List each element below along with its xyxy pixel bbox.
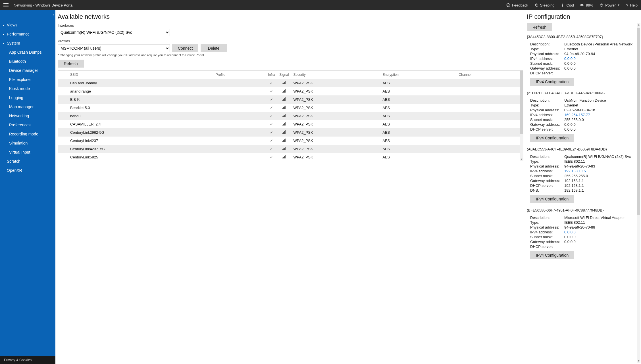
svg-point-0 xyxy=(507,3,510,7)
column-header[interactable]: Profile xyxy=(213,71,266,79)
table-row[interactable]: BearNet 5.0✓WPA2_PSKAES xyxy=(58,104,520,112)
available-networks-heading: Available networks xyxy=(58,13,520,20)
security-cell: WPA2_PSK xyxy=(291,112,380,120)
kv-value: 255.255.0.0 xyxy=(564,118,584,122)
security-cell: WPA2_PSK xyxy=(291,145,380,153)
sidebar-node-views[interactable]: ▸Views xyxy=(0,20,55,30)
scroll-down-icon[interactable]: ▼ xyxy=(637,359,640,363)
kv-value[interactable]: 0.0.0.0 xyxy=(564,230,576,234)
kv-value: 0.0.0.0 xyxy=(564,122,576,127)
sidebar-item-simulation[interactable]: Simulation xyxy=(0,139,55,148)
kv-key: Physical address: xyxy=(530,108,564,112)
refresh-networks-button[interactable]: Refresh xyxy=(58,60,84,68)
ssid-cell: B & K xyxy=(68,95,213,104)
column-header[interactable] xyxy=(58,71,68,79)
delete-button[interactable]: Delete xyxy=(201,44,227,52)
encryption-cell: AES xyxy=(380,87,456,95)
hamburger-icon[interactable] xyxy=(3,3,9,7)
check-icon: ✓ xyxy=(270,106,273,110)
sidebar-item-file-explorer[interactable]: File explorer xyxy=(0,75,55,84)
sidebar-node-openxr[interactable]: OpenXR xyxy=(0,166,55,175)
table-row[interactable]: B & K✓WPA2_PSKAES xyxy=(58,95,520,104)
infra-cell: ✓ xyxy=(266,95,277,104)
signal-cell xyxy=(277,120,291,128)
sidebar-item-recording-mode[interactable]: Recording mode xyxy=(0,129,55,139)
ipconfig-scrollbar[interactable]: ▲ ▼ xyxy=(637,23,640,363)
kv-key: DHCP server: xyxy=(530,183,564,188)
table-row[interactable]: CenturyLink4237✓WPA2_PSKAES xyxy=(58,137,520,145)
ipv4-configuration-button[interactable]: IPv4 Configuration xyxy=(530,195,574,203)
kv-key: Physical address: xyxy=(530,52,564,56)
table-row[interactable]: CenturyLink4237_5G✓WPA2_PSKAES xyxy=(58,145,520,153)
scroll-down-icon[interactable]: ▼ xyxy=(520,157,523,161)
table-row[interactable]: CenturyLink2962-5G✓WPA2_PSKAES xyxy=(58,128,520,137)
kv-value: Bluetooth Device (Personal Area Network) xyxy=(564,42,634,46)
ssid-cell: CenturyLink2962-5G xyxy=(68,128,213,137)
interfaces-select[interactable]: Qualcomm(R) Wi-Fi B/G/N/AC (2x2) Svc xyxy=(58,29,170,36)
profile-cell xyxy=(213,112,266,120)
channel-cell xyxy=(456,87,520,95)
column-header[interactable]: Signal xyxy=(277,71,291,79)
kv-key: Description: xyxy=(530,42,564,46)
column-header[interactable]: Channel xyxy=(456,71,520,79)
kv-value[interactable]: 0.0.0.0 xyxy=(564,57,576,61)
scroll-up-icon[interactable]: ▲ xyxy=(637,23,640,27)
channel-cell xyxy=(456,95,520,104)
sidebar-item-preferences[interactable]: Preferences xyxy=(0,120,55,129)
battery-button[interactable]: 99% xyxy=(580,3,593,7)
sleeping-button[interactable]: Sleeping xyxy=(534,3,555,7)
table-row[interactable]: CenturyLink5825✓WPA2_PSKAES xyxy=(58,153,520,161)
sidebar-item-virtual-input[interactable]: Virtual Input xyxy=(0,148,55,157)
sidebar-item-logging[interactable]: Logging xyxy=(0,93,55,102)
sidebar-item-app-crash-dumps[interactable]: App Crash Dumps xyxy=(0,48,55,57)
help-button[interactable]: ? Help xyxy=(626,3,638,7)
connect-button[interactable]: Connect xyxy=(172,44,198,52)
kv-value: 94-9a-a9-20-70-88 xyxy=(564,225,595,229)
refresh-ipconfig-button[interactable]: Refresh xyxy=(527,23,552,31)
smiley-icon xyxy=(506,3,510,7)
column-header[interactable]: Infra xyxy=(266,71,277,79)
kv-value: 0.0.0.0 xyxy=(564,240,576,244)
table-row[interactable]: bendu✓WPA2_PSKAES xyxy=(58,112,520,120)
sidebar-item-kiosk-mode[interactable]: Kiosk mode xyxy=(0,84,55,93)
signal-icon xyxy=(282,122,286,125)
sidebar-item-bluetooth[interactable]: Bluetooth xyxy=(0,57,55,66)
battery-label: 99% xyxy=(586,3,593,7)
ipv4-configuration-button[interactable]: IPv4 Configuration xyxy=(530,134,574,142)
encryption-cell: AES xyxy=(380,120,456,128)
temp-button[interactable]: Cool xyxy=(561,3,574,7)
column-header[interactable]: Security xyxy=(291,71,380,79)
kv-value: 192.168.1.1 xyxy=(564,188,584,193)
collapse-sidebar-icon[interactable]: ‹ xyxy=(53,12,54,17)
table-row[interactable]: CASAMILLER_2.4✓WPA2_PSKAES xyxy=(58,120,520,128)
privacy-link[interactable]: Privacy & Cookies xyxy=(0,356,55,364)
ssid-cell: anand range xyxy=(68,87,213,95)
scroll-thumb[interactable] xyxy=(637,28,640,215)
sidebar-node-performance[interactable]: ▸Performance xyxy=(0,30,55,39)
power-button[interactable]: Power ▼ xyxy=(600,3,620,7)
sidebar-node-system[interactable]: ▴System xyxy=(0,39,55,48)
scroll-thumb[interactable] xyxy=(520,70,523,134)
kv-value[interactable]: 169.254.157.77 xyxy=(564,113,590,117)
column-header[interactable]: SSID xyxy=(68,71,213,79)
check-icon: ✓ xyxy=(270,114,273,118)
encryption-cell: AES xyxy=(380,137,456,145)
kv-key: Description: xyxy=(530,216,564,220)
table-row[interactable]: Ben and Johnny✓WPA2_PSKAES xyxy=(58,79,520,87)
ipv4-configuration-button[interactable]: IPv4 Configuration xyxy=(530,251,574,259)
interfaces-label: Interfaces xyxy=(58,23,520,28)
encryption-cell: AES xyxy=(380,104,456,112)
sidebar-item-device-manager[interactable]: Device manager xyxy=(0,66,55,75)
feedback-button[interactable]: Feedback xyxy=(506,3,528,7)
ipv4-configuration-button[interactable]: IPv4 Configuration xyxy=(530,78,574,86)
sidebar-item-map-manager[interactable]: Map manager xyxy=(0,102,55,111)
table-row[interactable]: anand range✓WPA2_PSKAES xyxy=(58,87,520,95)
sidebar-node-scratch[interactable]: Scratch xyxy=(0,157,55,166)
networks-scrollbar[interactable]: ▲ ▼ xyxy=(520,70,523,161)
kv-key: Subnet mask: xyxy=(530,174,564,178)
sidebar-item-networking[interactable]: Networking xyxy=(0,111,55,120)
kv-value[interactable]: 192.168.1.15 xyxy=(564,169,586,173)
signal-cell xyxy=(277,95,291,104)
column-header[interactable]: Encryption xyxy=(380,71,456,79)
profiles-select[interactable]: MSFTCORP (all users) xyxy=(58,45,170,52)
